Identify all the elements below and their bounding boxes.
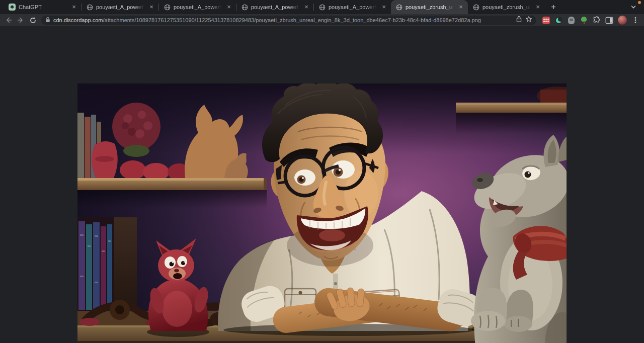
tab-strip: ✱ ChatGPT × pouyaeti_A_powerful_modern ×… <box>0 0 644 14</box>
lock-icon[interactable] <box>45 16 50 25</box>
new-tab-button[interactable]: + <box>547 1 560 14</box>
tab-title: pouyaeti_A_powerful_modern <box>174 4 222 10</box>
share-icon[interactable] <box>516 16 522 25</box>
globe-favicon <box>472 4 479 11</box>
globe-favicon <box>164 4 171 11</box>
tab-pouyaeti-zbrush-active[interactable]: pouyaeti_zbrush_unreal_engin × <box>391 0 468 14</box>
url-path: /attachments/1089781761275351090/1122543… <box>103 17 481 23</box>
notification-dot <box>638 1 641 4</box>
bookshelf <box>77 217 137 315</box>
tab-search-chevron-icon[interactable] <box>630 4 637 13</box>
tab-close-icon[interactable]: × <box>225 3 233 11</box>
tab-pouyaeti-3[interactable]: pouyaeti_A_powerful_modern × <box>236 0 313 14</box>
tab-close-icon[interactable]: × <box>70 3 78 11</box>
back-button[interactable] <box>3 15 14 26</box>
extension-red-icon[interactable] <box>542 16 550 25</box>
tab-close-icon[interactable]: × <box>534 3 542 11</box>
tab-title: pouyaeti_A_powerful_modern <box>251 4 299 10</box>
tab-title: pouyaeti_A_powerful_modern <box>329 4 377 10</box>
globe-favicon <box>241 4 248 11</box>
tab-pouyaeti-zbrush-2[interactable]: pouyaeti_zbrush_unreal_engin × <box>468 0 545 14</box>
profile-avatar[interactable] <box>618 16 627 25</box>
toolbar: cdn.discordapp.com/attachments/108978176… <box>0 14 644 26</box>
tab-title: pouyaeti_A_powerful_modern <box>96 4 144 10</box>
tab-close-icon[interactable]: × <box>457 3 465 11</box>
chatgpt-favicon: ✱ <box>9 4 16 11</box>
tab-pouyaeti-4[interactable]: pouyaeti_A_powerful_modern × <box>314 0 391 14</box>
bookmark-star-icon[interactable] <box>525 16 532 25</box>
menu-kebab-icon[interactable] <box>630 15 641 26</box>
url-domain: cdn.discordapp.com <box>53 17 103 23</box>
tab-title: pouyaeti_zbrush_unreal_engin <box>482 4 531 10</box>
extensions-puzzle-icon[interactable] <box>592 16 601 25</box>
tab-close-icon[interactable]: × <box>302 3 310 11</box>
extension-tree-icon[interactable] <box>580 16 588 25</box>
tab-pouyaeti-1[interactable]: pouyaeti_A_powerful_modern × <box>82 0 158 14</box>
url-bar[interactable]: cdn.discordapp.com/attachments/108978176… <box>41 16 536 25</box>
globe-favicon <box>318 4 326 11</box>
tab-close-icon[interactable]: × <box>380 3 388 11</box>
side-panel-icon[interactable] <box>605 16 613 25</box>
extension-grey-icon[interactable] <box>567 16 576 25</box>
tab-pouyaeti-2[interactable]: pouyaeti_A_powerful_modern × <box>159 0 236 14</box>
tab-title: ChatGPT <box>19 4 67 10</box>
forward-button[interactable] <box>15 15 26 26</box>
url-text: cdn.discordapp.com/attachments/108978176… <box>53 17 513 23</box>
globe-favicon <box>86 4 93 11</box>
image-viewer-page <box>0 26 644 343</box>
tab-title: pouyaeti_zbrush_unreal_engin <box>406 4 454 10</box>
extension-darkmode-moon-icon[interactable] <box>554 16 563 25</box>
globe-favicon <box>395 4 403 11</box>
tab-close-icon[interactable]: × <box>147 3 155 11</box>
browser-window: ✱ ChatGPT × pouyaeti_A_powerful_modern ×… <box>0 0 644 343</box>
attachment-image[interactable] <box>77 83 567 343</box>
tab-chatgpt[interactable]: ✱ ChatGPT × <box>4 0 81 14</box>
reload-button[interactable] <box>27 15 38 26</box>
